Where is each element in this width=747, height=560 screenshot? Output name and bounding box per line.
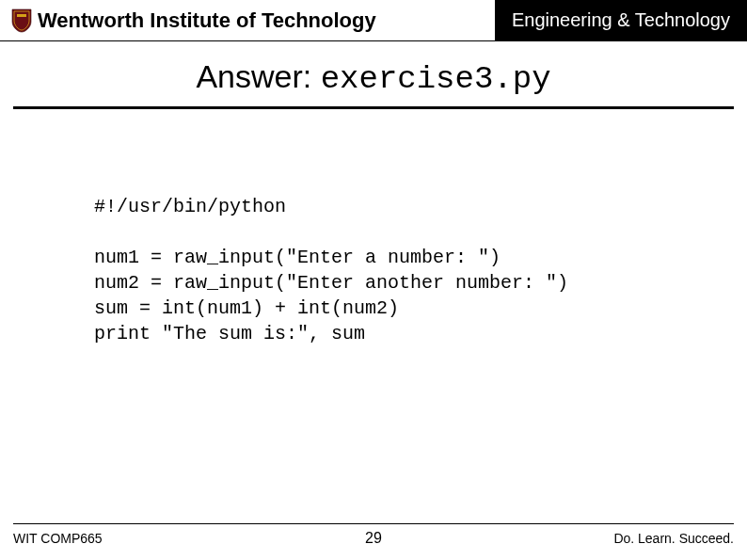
title-answer-label: Answer: [196,58,320,94]
shield-icon [11,8,32,33]
institute-name: Wentworth Institute of Technology [38,8,376,33]
footer-tagline: Do. Learn. Succeed. [391,531,734,546]
slide-footer: WIT COMP665 29 Do. Learn. Succeed. [13,523,734,547]
code-line: #!/usr/bin/python [94,196,286,217]
footer-course: WIT COMP665 [13,531,356,546]
code-line: print "The sum is:", sum [94,323,365,344]
svg-rect-0 [17,14,26,17]
slide-number: 29 [356,530,391,547]
slide-header: Wentworth Institute of Technology Engine… [0,0,747,41]
code-line: num2 = raw_input("Enter another number: … [94,272,568,294]
code-line: num1 = raw_input("Enter a number: ") [94,247,501,268]
title-filename: exercise3.py [321,61,551,97]
header-left: Wentworth Institute of Technology [0,0,495,40]
slide-title: Answer: exercise3.py [13,58,734,109]
code-block: #!/usr/bin/python num1 = raw_input("Ente… [94,194,747,346]
code-line: sum = int(num1) + int(num2) [94,297,399,319]
department-label: Engineering & Technology [495,0,747,40]
